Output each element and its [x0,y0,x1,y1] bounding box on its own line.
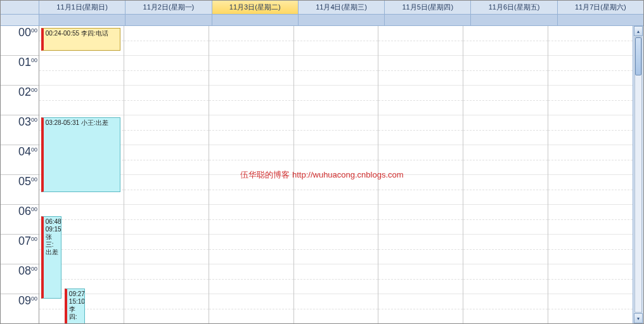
hour-cell[interactable] [463,235,548,264]
calendar-event[interactable]: 00:24-00:55 李四:电话 [41,28,120,51]
hour-cell[interactable] [378,175,463,205]
allday-cell[interactable] [126,15,212,25]
scroll-up-button[interactable]: ▴ [634,26,643,36]
hour-cell[interactable] [39,86,124,115]
hour-cell[interactable] [294,294,378,323]
hour-cell[interactable] [294,86,378,115]
hour-cell[interactable] [124,86,209,115]
day-column[interactable]: 00:24-00:55 李四:电话03:28-05:31 小王:出差06:48-… [39,26,124,323]
day-column[interactable] [209,26,294,323]
day-header[interactable]: 11月7日(星期六) [558,1,643,14]
hour-cell[interactable] [294,145,378,175]
scroll-track[interactable] [634,37,642,313]
calendar-event[interactable]: 03:28-05:31 小王:出差 [41,117,120,192]
hour-cell[interactable] [378,145,463,175]
day-column[interactable] [548,26,633,323]
hour-cell[interactable] [463,294,548,323]
hour-cell[interactable] [209,175,293,205]
hour-cell[interactable] [124,235,209,264]
hour-cell[interactable] [294,205,378,235]
hour-cell[interactable] [548,56,633,86]
day-header[interactable]: 11月5日(星期四) [385,1,471,14]
day-header-row: 11月1日(星期日)11月2日(星期一)11月3日(星期二)11月4日(星期三)… [1,1,643,15]
hour-cell[interactable] [548,145,633,175]
hour-cell[interactable] [209,26,293,56]
hour-cell[interactable] [378,294,463,323]
hour-cell[interactable] [209,264,293,294]
allday-cell[interactable] [471,15,557,25]
hour-cell[interactable] [124,115,209,145]
hour-cell[interactable] [124,294,209,323]
hour-cell[interactable] [294,264,378,294]
calendar-event[interactable]: 06:48-09:15 张三:出差 [41,216,61,299]
time-label: 0100 [18,56,37,69]
allday-cell[interactable] [299,15,385,25]
hour-cell[interactable] [548,175,633,205]
hour-cell[interactable] [548,294,633,323]
hour-cell[interactable] [463,145,548,175]
hour-cell[interactable] [548,115,633,145]
time-slot: 0300 [1,115,39,145]
hour-cell[interactable] [463,26,548,56]
hour-cell[interactable] [463,86,548,115]
hour-cell[interactable] [378,56,463,86]
hour-cell[interactable] [209,205,293,235]
allday-cell[interactable] [39,15,126,25]
hour-cell[interactable] [39,56,124,86]
allday-cell[interactable] [558,15,643,25]
hour-cell[interactable] [294,175,378,205]
hour-cell[interactable] [548,205,633,235]
hour-cell[interactable] [209,145,293,175]
day-column[interactable] [378,26,463,323]
allday-axis-header [1,15,39,25]
day-header[interactable]: 11月1日(星期日) [39,1,126,14]
day-column[interactable] [294,26,379,323]
hour-cell[interactable] [463,56,548,86]
hour-cell[interactable] [294,235,378,264]
hour-cell[interactable] [124,56,209,86]
hour-cell[interactable] [209,235,293,264]
hour-cell[interactable] [378,115,463,145]
hour-cell[interactable] [378,264,463,294]
day-header[interactable]: 11月6日(星期五) [471,1,557,14]
scroll-thumb[interactable] [635,37,641,75]
hour-cell[interactable] [378,26,463,56]
hour-cell[interactable] [124,205,209,235]
time-slot: 0200 [1,86,39,115]
hour-cell[interactable] [209,86,293,115]
day-header[interactable]: 11月2日(星期一) [126,1,212,14]
hour-cell[interactable] [124,264,209,294]
hour-cell[interactable] [548,26,633,56]
hour-cell[interactable] [378,235,463,264]
calendar-week-view: 11月1日(星期日)11月2日(星期一)11月3日(星期二)11月4日(星期三)… [1,1,643,323]
hour-cell[interactable] [548,264,633,294]
allday-cell[interactable] [385,15,471,25]
hour-cell[interactable] [294,115,378,145]
allday-cell[interactable] [212,15,299,25]
day-column[interactable] [124,26,209,323]
hour-cell[interactable] [463,175,548,205]
hour-cell[interactable] [124,145,209,175]
day-header[interactable]: 11月4日(星期三) [299,1,385,14]
hour-cell[interactable] [124,26,209,56]
scroll-down-button[interactable]: ▾ [634,313,643,323]
hour-cell[interactable] [209,115,293,145]
day-header[interactable]: 11月3日(星期二) [212,1,299,14]
time-label: 0300 [18,115,37,129]
day-column[interactable] [463,26,548,323]
hour-cell[interactable] [548,86,633,115]
hour-cell[interactable] [378,205,463,235]
hour-cell[interactable] [209,56,293,86]
time-axis: 0000010002000300040005000600070008000900… [1,26,39,323]
hour-cell[interactable] [294,56,378,86]
calendar-event[interactable]: 09:27-15:10 李四: [65,288,85,323]
vertical-scrollbar[interactable]: ▴ ▾ [633,26,643,323]
hour-cell[interactable] [548,235,633,264]
hour-cell[interactable] [463,115,548,145]
hour-cell[interactable] [294,26,378,56]
hour-cell[interactable] [378,86,463,115]
hour-cell[interactable] [463,264,548,294]
hour-cell[interactable] [463,205,548,235]
hour-cell[interactable] [124,175,209,205]
hour-cell[interactable] [209,294,293,323]
